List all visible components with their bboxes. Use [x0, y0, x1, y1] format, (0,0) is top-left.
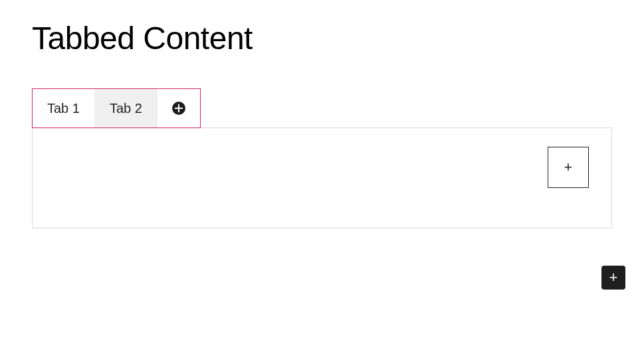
- plus-icon: +: [609, 270, 618, 285]
- svg-rect-2: [175, 108, 183, 109]
- floating-add-button[interactable]: +: [601, 266, 625, 290]
- tab-list: Tab 1 Tab 2: [32, 88, 201, 128]
- tab-2[interactable]: Tab 2: [95, 89, 158, 128]
- tab-label: Tab 2: [110, 101, 142, 116]
- page-title: Tabbed Content: [32, 20, 612, 56]
- plus-circle-icon: [171, 100, 187, 116]
- tabs-block: Tab 1 Tab 2 +: [32, 88, 612, 228]
- tab-label: Tab 1: [47, 101, 80, 116]
- plus-icon: +: [564, 160, 573, 175]
- tab-panel: +: [32, 128, 612, 228]
- add-block-button[interactable]: +: [548, 147, 589, 188]
- tab-1[interactable]: Tab 1: [33, 89, 95, 128]
- add-tab-button[interactable]: [158, 89, 200, 128]
